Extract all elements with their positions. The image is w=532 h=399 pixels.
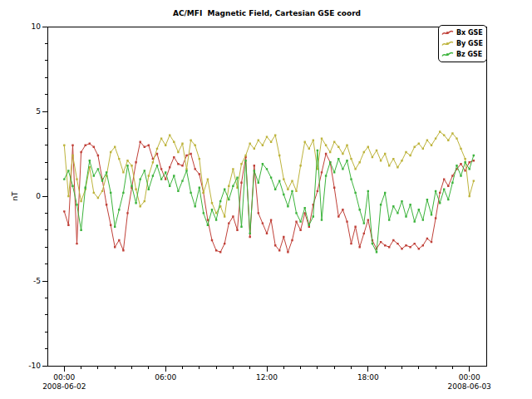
legend-label-by: By GSE: [456, 40, 483, 47]
x-tick-label: 18:00: [357, 373, 379, 382]
y-tick-label: 10: [32, 22, 42, 31]
autoplot-window: AC/MFI Magnetic Field, Cartesian GSE coo…: [0, 0, 532, 399]
bz-series-marker-icon: [441, 51, 454, 58]
bx-series-marker-icon: [441, 29, 454, 37]
y-tick-label: 5: [36, 107, 41, 116]
plot-frame: [47, 27, 486, 366]
by-series-marker-icon: [441, 40, 454, 47]
x-tick-label: 12:00: [256, 373, 278, 382]
legend-item-bx: Bx GSE: [441, 27, 483, 38]
x-tick-label: 00:00: [459, 373, 480, 382]
legend-item-bz: Bz GSE: [441, 49, 483, 60]
data-series: [63, 131, 475, 253]
y-tick-label: -10: [28, 362, 41, 370]
series-line-bx-gse: [64, 142, 474, 253]
legend[interactable]: Bx GSE By GSE Bz GSE: [438, 25, 487, 62]
x-axis-date: 2008-06-03: [448, 382, 491, 391]
x-tick-label: 06:00: [155, 373, 176, 382]
axis-labels: 1050-5-1000:002008-06-0206:0012:0018:000…: [28, 22, 491, 391]
y-axis-title: nT: [11, 191, 19, 201]
y-tick-label: -5: [33, 277, 41, 285]
x-tick-label: 00:00: [53, 373, 75, 382]
axis-ticks: [42, 27, 470, 372]
legend-label-bx: Bx GSE: [456, 29, 483, 37]
legend-item-by: By GSE: [441, 38, 483, 49]
legend-label-bz: Bz GSE: [456, 51, 482, 58]
x-axis-date: 2008-06-02: [42, 382, 86, 391]
y-tick-label: 0: [36, 192, 41, 200]
